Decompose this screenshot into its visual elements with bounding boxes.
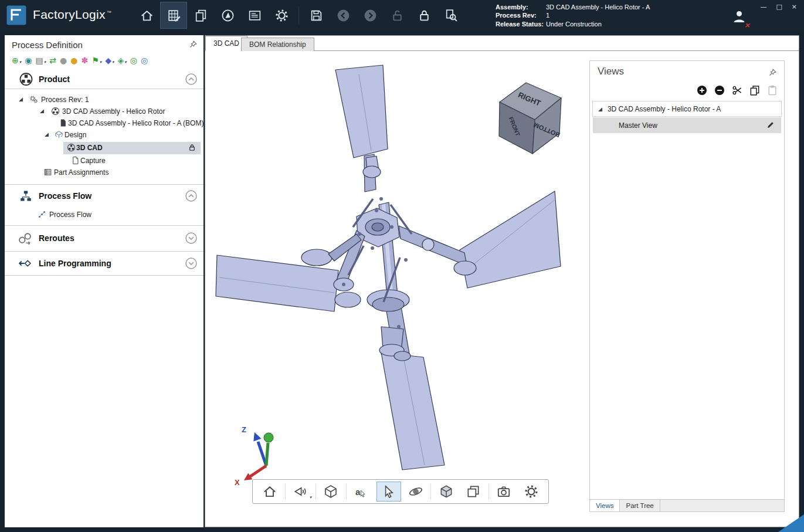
tree-item-process-flow[interactable]: Process Flow (5, 209, 202, 221)
print-button[interactable]: ▤▾ (35, 56, 46, 65)
status-green-button[interactable]: ◎ (130, 56, 137, 65)
tree-item-3d-cad[interactable]: 3D CAD (5, 142, 202, 154)
undo-back-button[interactable] (330, 2, 357, 29)
orientation-cube[interactable]: RIGHT BOTTOM FRONT (499, 83, 561, 154)
trademark: ™ (107, 10, 111, 15)
documents-button[interactable] (187, 2, 214, 29)
shaded-view-button[interactable] (434, 482, 459, 501)
orbit-rotate-button[interactable] (403, 482, 428, 501)
caret-down-icon: ▾ (100, 60, 102, 65)
tab-views[interactable]: Views (590, 500, 620, 511)
process-definition-button[interactable] (160, 2, 187, 29)
flag-icon: ⚑ (91, 56, 99, 65)
edit-pencil-icon[interactable] (766, 120, 775, 130)
tree-item-label: Process Flow (49, 211, 91, 219)
add-button[interactable]: ⊕▾ (12, 56, 21, 65)
flower-icon: ✽ (81, 56, 88, 65)
tree-item-process-rev[interactable]: ◢ Process Rev: 1 (5, 94, 202, 106)
unlock-button[interactable] (384, 2, 411, 29)
highlight-button[interactable]: ● (70, 56, 77, 65)
disconnect-x-icon: × (744, 21, 750, 29)
preview-button[interactable]: ◉ (25, 56, 32, 65)
expander-icon[interactable]: ◢ (45, 131, 49, 137)
gear-icon (274, 8, 289, 23)
release-search-button[interactable] (437, 2, 464, 29)
section-product-header[interactable]: Product (5, 69, 203, 89)
assembly-value: 3D CAD Assembly - Helico Rotor - A (546, 4, 650, 11)
toolbar-divider (488, 484, 489, 499)
bulb-icon: ● (70, 56, 77, 65)
settings-button[interactable] (268, 2, 295, 29)
tree-item-label: Part Assignments (54, 168, 108, 177)
expand-chevron-down-icon[interactable] (185, 257, 198, 270)
tree-item-bom[interactable]: 3D CAD Assembly - Helico Rotor - A (BOM) (5, 117, 202, 130)
view-orientation-button[interactable]: ▾ (288, 482, 313, 501)
route-button[interactable]: ◆▾ (105, 56, 114, 65)
copy-view-button[interactable] (749, 84, 761, 96)
status-green-icon: ◎ (130, 56, 137, 65)
navigator-button[interactable] (214, 2, 241, 29)
x-axis-label: X (235, 478, 240, 487)
minimize-button[interactable]: — (760, 3, 766, 11)
expander-icon[interactable]: ◢ (598, 106, 602, 112)
paste-view-button[interactable] (766, 84, 778, 96)
section-process-flow-header[interactable]: Process Flow (5, 184, 203, 206)
toolbar-divider (298, 6, 299, 24)
add-view-button[interactable] (696, 84, 708, 96)
assembly-row: Assembly:3D CAD Assembly - Helico Rotor … (496, 3, 650, 11)
sync-button[interactable]: ⇄ (49, 56, 56, 65)
route-icon: ◆ (105, 56, 111, 65)
flag-button[interactable]: ⚑▾ (91, 56, 101, 65)
select-pointer-button[interactable] (376, 482, 401, 501)
tree-item-label: 3D CAD Assembly - Helico Rotor (62, 107, 165, 116)
report-icon (247, 8, 262, 23)
viewports-button[interactable] (461, 482, 486, 501)
marker-button[interactable]: ✽ (81, 56, 88, 65)
save-button[interactable] (303, 2, 330, 29)
floppy-icon (309, 8, 324, 23)
select-label-button[interactable]: a (349, 482, 374, 501)
cut-view-button[interactable] (731, 84, 743, 96)
viewer-settings-button[interactable] (519, 482, 544, 501)
home-icon (140, 8, 154, 23)
collapse-chevron-up-icon[interactable] (185, 73, 198, 86)
tree-item-part-assignments[interactable]: Part Assignments (5, 167, 202, 179)
section-reroutes-header[interactable]: Reroutes (5, 225, 203, 250)
tree-item-label: Capture (80, 157, 106, 165)
views-tree-root[interactable]: ◢ 3D CAD Assembly - Helico Rotor - A (592, 101, 782, 117)
expand-chevron-down-icon[interactable] (185, 232, 198, 245)
close-button[interactable]: × (792, 3, 797, 11)
home-button[interactable] (133, 2, 160, 29)
pin-icon[interactable] (768, 68, 777, 77)
views-panel-title: Views (598, 66, 624, 77)
process-flow-icon (19, 189, 33, 203)
unlock-icon (390, 8, 405, 23)
status-blue-button[interactable]: ◎ (141, 56, 148, 65)
maximize-button[interactable]: □ (776, 3, 782, 11)
tree-item-design[interactable]: ◢ Design (5, 129, 202, 141)
lock-button[interactable] (411, 2, 437, 29)
tree-item-assembly[interactable]: ◢ 3D CAD Assembly - Helico Rotor (5, 106, 202, 118)
tools-button[interactable]: ◈▾ (118, 56, 127, 65)
redo-forward-button[interactable] (357, 2, 384, 29)
tree-item-capture[interactable]: Capture (5, 155, 202, 167)
expander-icon[interactable]: ◢ (40, 108, 44, 114)
section-line-programming-header[interactable]: Line Programming (5, 251, 203, 276)
pin-icon[interactable] (189, 40, 198, 49)
reroutes-icon (18, 231, 32, 245)
lock-icon (417, 8, 432, 23)
snapshot-button[interactable] (491, 482, 516, 501)
remove-view-button[interactable] (714, 84, 725, 96)
expander-icon[interactable]: ◢ (19, 96, 23, 102)
top-bar: FactoryLogix™ Assembly:3D CAD Assembly -… (0, 0, 804, 31)
disconnect-user-button[interactable]: × (729, 9, 750, 28)
tab-part-tree[interactable]: Part Tree (620, 500, 660, 511)
views-tree-master-view[interactable]: Master View (593, 117, 781, 133)
view-home-button[interactable] (257, 482, 282, 501)
compass-icon (220, 8, 235, 23)
collapse-chevron-up-icon[interactable] (185, 189, 198, 202)
isometric-view-button[interactable] (318, 482, 343, 501)
resource-button[interactable]: ● (60, 56, 67, 65)
reports-button[interactable] (241, 2, 268, 29)
tab-bom-relationship[interactable]: BOM Relationship (241, 38, 314, 51)
